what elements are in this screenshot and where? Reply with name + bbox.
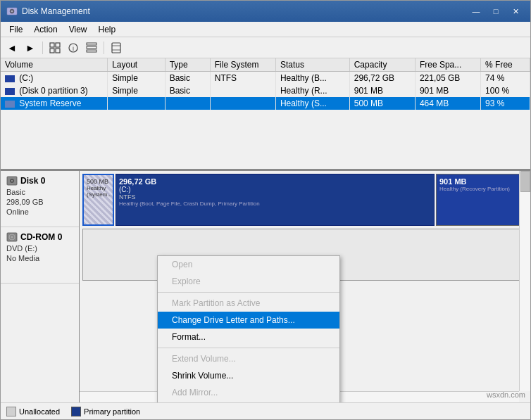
ctx-change-drive[interactable]: Change Drive Letter and Paths... <box>158 312 339 329</box>
col-layout[interactable]: Layout <box>108 58 165 72</box>
toolbar-btn4[interactable] <box>108 40 125 56</box>
cell-status: Healthy (S... <box>275 97 349 110</box>
legend-unallocated-box <box>6 407 16 416</box>
cell-free: 221,05 GB <box>415 72 480 85</box>
scrollbar-thumb[interactable] <box>520 171 530 192</box>
disk-0-size: 298,09 GB <box>6 198 73 206</box>
cell-layout: Simple <box>108 84 165 97</box>
cell-type <box>165 97 210 110</box>
partition-c[interactable]: 296,72 GB (C:) NTFS Healthy (Boot, Page … <box>115 174 435 226</box>
svg-rect-5 <box>50 49 54 53</box>
menu-help[interactable]: Help <box>93 23 122 36</box>
disk-0-title: Disk 0 <box>6 175 73 186</box>
ctx-format[interactable]: Format... <box>158 329 339 345</box>
cell-status: Healthy (R... <box>275 84 349 97</box>
menu-action[interactable]: Action <box>28 23 63 36</box>
disk-icon <box>111 42 122 53</box>
legend-unallocated: Unallocated <box>6 407 60 416</box>
list-icon <box>86 42 97 53</box>
legend-unallocated-label: Unallocated <box>19 407 60 416</box>
disk-map-area: 500 MB Healthy (System... 296,72 GB (C:)… <box>80 171 530 402</box>
watermark: wsxdn.com <box>487 390 525 399</box>
svg-rect-6 <box>56 49 60 53</box>
ctx-add-mirror: Add Mirror... <box>158 384 339 401</box>
col-volume[interactable]: Volume <box>1 58 108 72</box>
ctx-sep-2 <box>158 348 339 348</box>
maximize-button[interactable]: □ <box>487 4 505 18</box>
col-freespace[interactable]: Free Spa... <box>415 58 480 72</box>
ctx-mark-active: Mark Partition as Active <box>158 295 339 312</box>
window-title: Disk Management <box>22 6 90 16</box>
disk-0-map-row: 500 MB Healthy (System... 296,72 GB (C:)… <box>82 174 527 226</box>
ctx-open: Open <box>158 256 339 273</box>
grid-icon <box>49 42 61 53</box>
table-row[interactable]: (Disk 0 partition 3) Simple Basic Health… <box>1 84 530 97</box>
cell-volume: (Disk 0 partition 3) <box>1 84 108 97</box>
col-status[interactable]: Status <box>275 58 349 72</box>
cell-capacity: 901 MB <box>349 84 415 97</box>
svg-point-20 <box>11 236 13 238</box>
legend-primary-box <box>71 407 81 416</box>
svg-rect-11 <box>87 50 96 52</box>
cdrom-icon <box>6 231 18 243</box>
volume-table: Volume Layout Type File System Status Ca… <box>1 58 530 110</box>
title-bar-left: Disk Management <box>6 6 90 17</box>
toolbar-btn3[interactable] <box>83 40 100 56</box>
cdrom-0-item: CD-ROM 0 DVD (E:) No Media <box>1 227 79 284</box>
col-filesystem[interactable]: File System <box>210 58 275 72</box>
vertical-scrollbar[interactable] <box>519 171 530 391</box>
info-icon: i <box>68 42 79 53</box>
ctx-explore: Explore <box>158 273 339 290</box>
status-bar: Unallocated Primary partition <box>1 402 530 419</box>
toolbar-forward[interactable]: ► <box>22 40 39 56</box>
toolbar-back[interactable]: ◄ <box>4 40 20 56</box>
minimize-button[interactable]: — <box>467 4 485 18</box>
disk-management-window: Disk Management — □ ✕ File Action View H… <box>0 0 531 420</box>
ctx-delete[interactable]: Delete Volume... <box>158 401 339 402</box>
partition-sysreserve[interactable]: 500 MB Healthy (System... <box>82 174 114 226</box>
menu-file[interactable]: File <box>4 23 28 36</box>
bottom-pane: Disk 0 Basic 298,09 GB Online CD-ROM 0 <box>1 171 530 402</box>
menu-view[interactable]: View <box>63 23 93 36</box>
col-type[interactable]: Type <box>165 58 210 72</box>
toolbar-sep-2 <box>104 42 104 54</box>
table-row[interactable]: (C:) Simple Basic NTFS Healthy (B... 296… <box>1 72 530 85</box>
cdrom-0-type: DVD (E:) <box>6 244 73 253</box>
col-pctfree[interactable]: % Free <box>481 58 530 72</box>
disk-0-icon <box>6 175 18 186</box>
cell-volume: (C:) <box>1 72 108 85</box>
main-content: Volume Layout Type File System Status Ca… <box>1 58 530 402</box>
cell-pctfree: 100 % <box>481 84 530 97</box>
toolbar-btn2[interactable]: i <box>65 40 82 56</box>
toolbar-sep-1 <box>42 42 43 54</box>
disk-0-status: Online <box>6 208 73 216</box>
disk-sidebar: Disk 0 Basic 298,09 GB Online CD-ROM 0 <box>1 171 80 402</box>
partition-recovery[interactable]: 901 MB Healthy (Recovery Partition) <box>436 174 527 226</box>
toolbar-btn1[interactable] <box>46 40 63 56</box>
toolbar: ◄ ► i <box>1 37 530 58</box>
svg-rect-3 <box>50 43 54 47</box>
title-bar: Disk Management — □ ✕ <box>1 1 530 22</box>
svg-text:i: i <box>73 45 74 52</box>
svg-rect-4 <box>56 43 60 47</box>
cell-filesystem: NTFS <box>210 72 275 85</box>
col-capacity[interactable]: Capacity <box>349 58 415 72</box>
cell-capacity: 500 MB <box>349 97 415 110</box>
svg-point-2 <box>11 11 13 12</box>
legend-primary-label: Primary partition <box>84 407 140 416</box>
menu-bar: File Action View Help <box>1 22 530 37</box>
close-button[interactable]: ✕ <box>506 4 525 18</box>
volume-icon <box>5 75 15 82</box>
volume-pane: Volume Layout Type File System Status Ca… <box>1 58 530 171</box>
cell-pctfree: 74 % <box>481 72 530 85</box>
ctx-shrink[interactable]: Shrink Volume... <box>158 367 339 384</box>
table-row[interactable]: System Reserve Healthy (S... 500 MB 464 … <box>1 97 530 110</box>
cell-filesystem <box>210 84 275 97</box>
disk-0-item: Disk 0 Basic 298,09 GB Online <box>1 171 79 227</box>
cell-type: Basic <box>165 84 210 97</box>
cell-layout <box>108 97 165 110</box>
cell-free: 901 MB <box>415 84 480 97</box>
cell-volume: System Reserve <box>1 97 108 110</box>
svg-rect-9 <box>87 43 96 45</box>
volume-icon <box>5 101 15 108</box>
